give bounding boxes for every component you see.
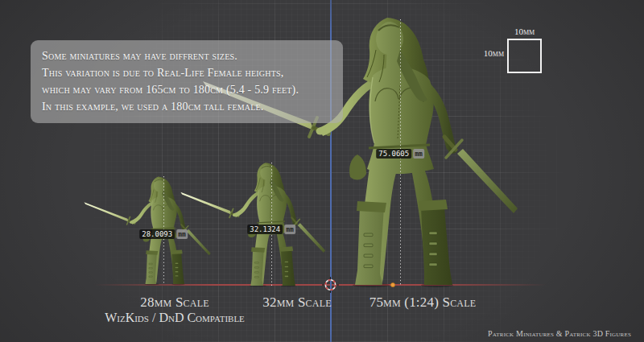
- measurement-unit: mm: [176, 229, 188, 239]
- viewport-3d[interactable]: Some miniatures may have diffrent sizes.…: [0, 0, 644, 342]
- reference-square-top-label: 10mm: [507, 27, 542, 36]
- credit-text: Patrick Miniatures & Patrick 3D Figures: [488, 329, 631, 338]
- reference-square-side-label: 10mm: [477, 48, 504, 58]
- caption-28mm-scale: 28mm Scale: [140, 295, 208, 311]
- info-line: which may vary from 165cm to 180cm (5.4 …: [42, 81, 332, 98]
- measurement-value: 28.0093: [139, 229, 175, 239]
- info-box: Some miniatures may have diffrent sizes.…: [31, 40, 343, 123]
- measurement-unit: mm: [284, 225, 295, 234]
- caption-28mm-compatibility: WizKids / DnD Compatible: [105, 311, 245, 325]
- caption-32mm-scale: 32mm Scale: [262, 295, 331, 311]
- measurement-unit: mm: [413, 149, 424, 159]
- info-line: This variation is due to Real-Life Femal…: [42, 64, 332, 81]
- measurement-value: 32.1324: [247, 225, 283, 234]
- 3d-cursor[interactable]: [322, 277, 339, 293]
- caption-75mm-scale: 75mm (1:24) Scale: [369, 295, 477, 311]
- info-line: In this example, we used a 180cm tall fe…: [42, 98, 332, 115]
- measurement-label-32mm: 32.1324 mm: [247, 225, 295, 234]
- info-line: Some miniatures may have diffrent sizes.: [42, 47, 332, 64]
- measurement-value: 75.0605: [376, 149, 411, 159]
- measurement-label-28mm: 28.0093 mm: [139, 229, 188, 239]
- reference-square-10mm: [507, 39, 542, 73]
- measurement-label-75mm: 75.0605 mm: [376, 149, 424, 159]
- object-origin-dot: [390, 282, 394, 286]
